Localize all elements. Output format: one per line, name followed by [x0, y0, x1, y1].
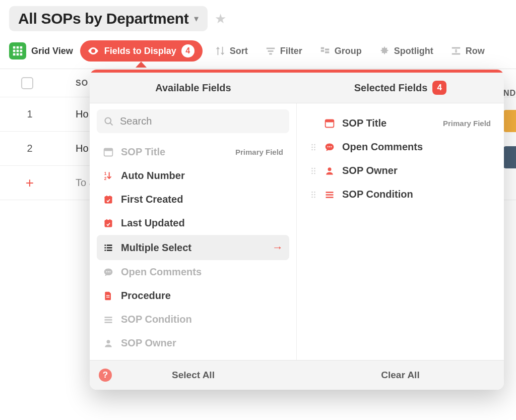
- comment-icon: [324, 142, 335, 152]
- svg-rect-2: [20, 46, 23, 49]
- fields-to-display-button[interactable]: Fields to Display 4: [80, 40, 203, 62]
- star-icon[interactable]: ★: [215, 11, 226, 27]
- field-search-input[interactable]: Search: [97, 109, 289, 133]
- spotlight-button[interactable]: Spotlight: [374, 42, 438, 59]
- field-label: First Created: [121, 194, 283, 205]
- group-button[interactable]: Group: [314, 42, 367, 59]
- sort-icon: [215, 45, 226, 56]
- available-field-item: SOP Condition: [97, 308, 289, 331]
- svg-point-19: [105, 117, 111, 124]
- svg-rect-3: [13, 50, 16, 52]
- row-index: 1: [7, 108, 52, 120]
- grid-view-button[interactable]: Grid View: [9, 42, 73, 59]
- grid-icon: [9, 42, 26, 59]
- field-label: Open Comments: [342, 141, 491, 153]
- sort-label: Sort: [230, 46, 248, 56]
- svg-rect-18: [452, 53, 461, 55]
- select-all-button[interactable]: ? Select All: [90, 361, 297, 390]
- available-field-item[interactable]: Auto Number: [97, 164, 289, 188]
- svg-rect-4: [17, 50, 19, 52]
- view-toolbar: Grid View Fields to Display 4 Sort Filte…: [0, 34, 516, 68]
- svg-rect-10: [267, 48, 275, 49]
- svg-rect-13: [321, 47, 324, 49]
- list-icon: [103, 243, 114, 253]
- drag-handle-icon[interactable]: [310, 143, 317, 151]
- calendar-icon: [103, 195, 114, 205]
- drag-handle-icon[interactable]: [310, 191, 317, 199]
- field-label: Last Updated: [121, 217, 283, 229]
- window-icon: [324, 118, 335, 129]
- available-field-item[interactable]: Multiple Select →: [97, 235, 289, 260]
- available-fields-column: Search SOP Title Primary Field Auto Numb…: [90, 103, 297, 360]
- field-label: SOP Title: [342, 117, 436, 129]
- svg-rect-0: [13, 46, 16, 49]
- selected-field-item[interactable]: Open Comments: [304, 135, 497, 159]
- svg-rect-15: [325, 48, 329, 50]
- field-label: SOP Owner: [121, 337, 283, 349]
- svg-rect-14: [321, 50, 324, 52]
- row-height-icon: [450, 45, 462, 56]
- filter-button[interactable]: Filter: [260, 42, 307, 59]
- row-height-button[interactable]: Row: [445, 42, 490, 59]
- field-label: SOP Owner: [342, 165, 491, 176]
- available-field-item[interactable]: Procedure: [97, 284, 289, 308]
- caret-down-icon: ▾: [194, 13, 199, 24]
- svg-rect-11: [268, 50, 273, 52]
- grid-view-label: Grid View: [31, 46, 73, 56]
- user-icon: [324, 166, 335, 176]
- available-field-item[interactable]: First Created: [97, 188, 289, 211]
- spotlight-label: Spotlight: [394, 46, 433, 56]
- filter-label: Filter: [280, 46, 302, 56]
- filter-icon: [265, 45, 276, 56]
- status-badge: [503, 146, 516, 168]
- clear-all-button[interactable]: Clear All: [297, 361, 504, 390]
- svg-rect-17: [452, 47, 461, 49]
- row-height-label: Row: [466, 46, 485, 56]
- available-fields-header: Available Fields: [90, 73, 297, 103]
- comment-icon: [103, 267, 114, 277]
- spotlight-icon: [379, 45, 390, 56]
- selected-field-item[interactable]: SOP Condition: [304, 183, 497, 206]
- table-title-dropdown[interactable]: All SOPs by Department ▾: [9, 6, 208, 31]
- selected-field-item[interactable]: SOP Owner: [304, 159, 497, 183]
- selected-field-item[interactable]: SOP Title Primary Field: [304, 111, 497, 135]
- svg-rect-6: [13, 53, 16, 56]
- window-icon: [103, 147, 114, 157]
- primary-field-tag: Primary Field: [443, 119, 491, 128]
- selected-count-badge: 4: [432, 81, 446, 95]
- group-icon: [319, 45, 331, 56]
- table-title: All SOPs by Department: [18, 10, 189, 27]
- svg-rect-5: [20, 50, 23, 52]
- field-label: SOP Condition: [342, 189, 491, 200]
- row-index: 2: [7, 143, 52, 154]
- group-label: Group: [335, 46, 362, 56]
- lines-icon: [324, 190, 335, 200]
- svg-rect-8: [20, 53, 23, 56]
- field-label: Auto Number: [121, 170, 283, 182]
- arrow-right-icon: →: [272, 241, 283, 254]
- field-label: Open Comments: [121, 266, 283, 278]
- svg-line-20: [110, 123, 113, 125]
- svg-rect-1: [17, 46, 19, 49]
- right-edge-cells: [503, 80, 516, 168]
- selected-fields-header: Selected Fields 4: [297, 73, 504, 103]
- fields-popover: Available Fields Selected Fields 4 Searc…: [90, 70, 504, 390]
- user-icon: [103, 338, 114, 348]
- svg-point-9: [92, 50, 94, 52]
- available-field-item: SOP Owner: [97, 331, 289, 355]
- doc-icon: [103, 291, 114, 301]
- available-field-item[interactable]: Last Updated: [97, 211, 289, 235]
- help-icon[interactable]: ?: [99, 369, 112, 382]
- sort-button[interactable]: Sort: [210, 42, 253, 59]
- fields-count-badge: 4: [181, 44, 195, 57]
- field-label: SOP Title: [121, 146, 228, 158]
- plus-icon: +: [7, 175, 52, 191]
- select-all-checkbox[interactable]: [21, 77, 33, 89]
- field-label: Procedure: [121, 290, 283, 302]
- calendar-icon: [103, 218, 114, 228]
- lines-icon: [103, 315, 114, 325]
- primary-field-tag: Primary Field: [235, 148, 283, 156]
- eye-icon: [87, 45, 99, 57]
- status-badge: [503, 110, 516, 132]
- drag-handle-icon[interactable]: [310, 167, 317, 175]
